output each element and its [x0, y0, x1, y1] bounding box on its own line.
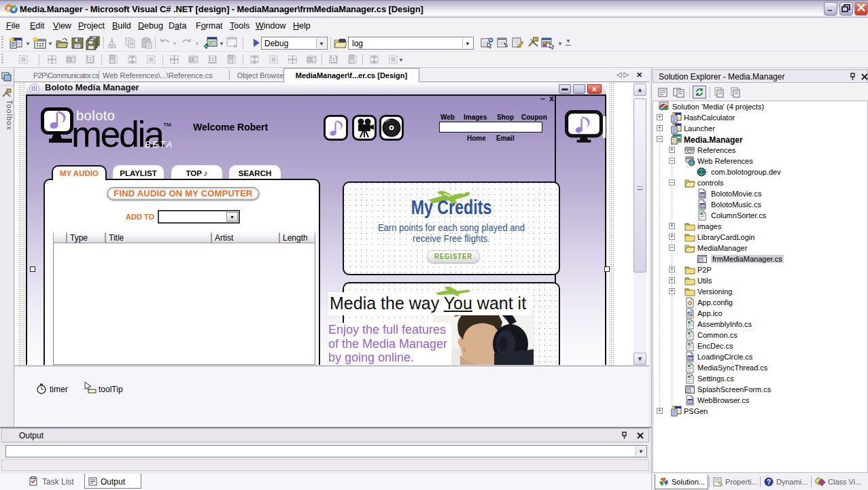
- svg-text:?: ?: [767, 478, 771, 486]
